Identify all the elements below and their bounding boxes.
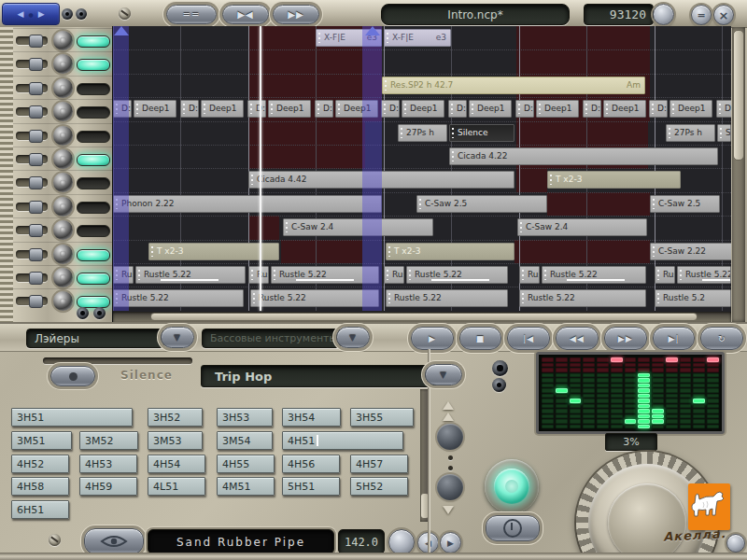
track-volume-knob[interactable] <box>53 54 73 74</box>
nav-back-icon[interactable]: ◀ <box>17 9 23 19</box>
record-button[interactable] <box>653 4 674 25</box>
track-pan-slider[interactable] <box>16 60 48 68</box>
clip[interactable]: Deep1 <box>201 100 244 118</box>
track-pan-slider[interactable] <box>16 155 48 163</box>
clip[interactable]: Rus <box>248 266 269 284</box>
clip[interactable]: D: <box>247 100 266 118</box>
clip[interactable]: Deep1 <box>134 100 176 118</box>
slider-thumb[interactable] <box>29 176 43 189</box>
fast-forward-button[interactable]: ▶▶ <box>604 327 647 350</box>
track-active-led[interactable] <box>77 83 110 95</box>
clip[interactable]: T x2-3 <box>547 171 681 189</box>
clip[interactable]: D: <box>180 100 199 118</box>
slider-thumb[interactable] <box>29 35 43 48</box>
pattern-cell[interactable]: 4H58 <box>11 477 69 496</box>
track-active-led[interactable] <box>77 106 110 119</box>
pattern-cell[interactable]: 3M51 <box>11 431 72 450</box>
clip[interactable]: X-F|Ee3 <box>384 29 451 47</box>
grid-hscroll-handle[interactable] <box>150 313 698 321</box>
clip[interactable]: C-Saw 2.4 <box>517 218 647 236</box>
clip[interactable]: D: <box>315 100 333 118</box>
pattern-cell[interactable]: 3H51 <box>11 408 133 427</box>
track-volume-knob[interactable] <box>53 245 73 264</box>
selection-band[interactable] <box>362 26 382 311</box>
pattern-cell[interactable]: 6H51 <box>11 500 69 519</box>
bass-dropdown-button[interactable]: ▼ <box>336 327 370 348</box>
selection-band[interactable] <box>113 26 129 311</box>
instrument-select-button[interactable] <box>388 529 415 555</box>
to-start-button[interactable]: |◀ <box>507 327 550 350</box>
merge-button[interactable]: ▶◀ <box>222 5 269 24</box>
track-pan-slider[interactable] <box>16 107 48 116</box>
clip[interactable]: Rus <box>519 266 540 284</box>
track-pan-slider[interactable] <box>16 178 48 187</box>
slider-thumb[interactable] <box>29 153 43 166</box>
track-pan-slider[interactable] <box>16 250 48 259</box>
track-pan-slider[interactable] <box>16 297 48 305</box>
track-active-led[interactable] <box>77 131 110 143</box>
track-volume-knob[interactable] <box>53 197 73 217</box>
tempo-display[interactable]: 142.0 <box>338 529 385 554</box>
clip[interactable]: C-Saw 2.4 <box>283 218 433 236</box>
pattern-cell[interactable]: 4H55 <box>217 455 275 473</box>
track-volume-knob[interactable] <box>53 102 73 121</box>
close-button[interactable]: × <box>713 5 734 25</box>
pattern-cell[interactable]: 3H54 <box>282 408 341 427</box>
scroll-down-icon[interactable] <box>443 506 454 514</box>
bank-dropdown-button[interactable]: ▼ <box>425 364 462 385</box>
pattern-cell[interactable]: 3H52 <box>148 408 203 427</box>
slider-thumb[interactable] <box>29 58 43 71</box>
clip[interactable]: D: <box>381 100 400 118</box>
track-pan-slider[interactable] <box>16 36 48 45</box>
track-active-led[interactable] <box>77 35 110 48</box>
slider-thumb[interactable] <box>29 82 43 95</box>
bank-knob-upper[interactable] <box>437 424 463 450</box>
clip[interactable]: C-Saw 2.5 <box>650 195 720 213</box>
pattern-cell[interactable]: 4H54 <box>148 455 205 473</box>
clip[interactable]: S <box>717 124 731 142</box>
clip[interactable]: Rustle 5.2 <box>655 289 731 307</box>
clip[interactable]: Rus <box>655 266 675 284</box>
pattern-cell[interactable]: 5H52 <box>350 477 408 496</box>
track-volume-knob[interactable] <box>53 220 73 240</box>
clip[interactable]: Rustle 5.22 <box>542 266 646 284</box>
arrangement-grid[interactable]: X-F|Ee3X-F|Ee3Res.SP2 h 42.7AmD:Deep1D:D… <box>112 26 731 322</box>
bass-dropdown-display[interactable]: Бассовые инструменты <box>202 329 342 348</box>
grid-vscroll-handle[interactable] <box>733 30 744 161</box>
pattern-cell[interactable]: 4H51 <box>282 431 403 450</box>
track-volume-knob[interactable] <box>53 291 73 311</box>
minimize-button[interactable]: = <box>691 5 712 25</box>
track-volume-knob[interactable] <box>53 78 73 98</box>
track-pan-slider[interactable] <box>16 84 48 92</box>
style-display[interactable]: Trip Hop <box>201 365 438 387</box>
track-pan-slider[interactable] <box>16 203 48 211</box>
track-active-led[interactable] <box>77 154 110 166</box>
clip[interactable]: Deep1 <box>603 100 646 118</box>
clip[interactable]: Cicada 4.22 <box>449 147 718 165</box>
pattern-cell[interactable]: 3M52 <box>79 431 138 450</box>
scroll-up-icon[interactable] <box>443 401 454 410</box>
power-button[interactable] <box>486 515 540 541</box>
clip[interactable]: 27Ps h <box>666 124 715 142</box>
layers-dropdown-button[interactable]: ▼ <box>161 327 194 348</box>
to-end-button[interactable]: ▶| <box>653 327 696 350</box>
slider-thumb[interactable] <box>29 130 43 143</box>
pattern-position-slider[interactable] <box>43 357 192 364</box>
stop-button[interactable]: ■ <box>459 327 502 350</box>
pattern-cell[interactable]: 5H51 <box>282 477 340 496</box>
preview-button[interactable] <box>84 528 144 554</box>
track-volume-knob[interactable] <box>53 126 73 146</box>
layers-dropdown-display[interactable]: Лэйеры <box>26 329 164 348</box>
pattern-cell[interactable]: 4H57 <box>350 455 408 473</box>
grid-vertical-scrollbar[interactable] <box>732 27 745 322</box>
clip[interactable]: Deep1 <box>268 100 311 118</box>
bank-knob-lower[interactable] <box>437 474 463 500</box>
rewind-button[interactable]: ◀◀ <box>556 327 599 350</box>
track-pan-slider[interactable] <box>16 226 48 234</box>
slider-thumb[interactable] <box>29 248 43 261</box>
clip[interactable]: Deep1 <box>536 100 579 118</box>
nav-scroller[interactable]: ◀ ● ▶ <box>2 3 60 25</box>
track-active-led[interactable] <box>77 273 110 285</box>
track-active-led[interactable] <box>77 225 110 237</box>
skip-button[interactable]: ▶▶ <box>273 5 319 24</box>
